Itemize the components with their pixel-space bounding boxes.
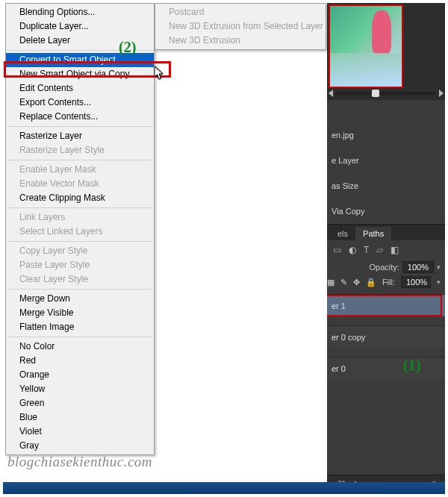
menu-item: Postcard <box>155 5 326 19</box>
menu-item[interactable]: Flatten Image <box>6 320 154 334</box>
menu-item[interactable]: Create Clipping Mask <box>6 191 154 205</box>
history-item[interactable]: Via Copy <box>327 203 445 219</box>
tab-paths[interactable]: Paths <box>355 227 391 240</box>
navigator-thumbnail[interactable] <box>329 4 403 88</box>
menu-item: Select Linked Layers <box>6 225 154 239</box>
layer-name: er 0 copy <box>332 333 365 342</box>
menu-item[interactable]: Red <box>6 354 154 368</box>
menu-separator <box>7 289 153 290</box>
layer-name: er 0 <box>332 364 346 373</box>
menu-item[interactable]: Blending Options... <box>6 5 154 19</box>
menu-item: New 3D Extrusion <box>155 34 326 48</box>
opacity-row: Opacity: 100% ▾ <box>327 260 445 275</box>
chevron-down-icon[interactable]: ▾ <box>437 278 441 286</box>
fill-value[interactable]: 100% <box>401 276 431 288</box>
zoom-slider-track[interactable] <box>336 92 436 95</box>
menu-item: Link Layers <box>6 210 154 225</box>
menu-item[interactable]: Replace Contents... <box>6 110 154 124</box>
zoom-slider-knob[interactable] <box>372 90 379 97</box>
filter-shape-icon[interactable]: ▱ <box>376 245 383 255</box>
menu-item[interactable]: Merge Down <box>6 292 154 306</box>
history-item[interactable]: e Layer <box>327 152 445 169</box>
tab-channels[interactable]: els <box>330 227 355 240</box>
filter-smartobject-icon[interactable]: ◧ <box>391 245 399 255</box>
opacity-label: Opacity: <box>370 263 399 272</box>
menu-item: New 3D Extrusion from Selected Layer <box>155 19 326 34</box>
lock-row: ▦ ✎ ✥ 🔒 Fill: 100% ▾ <box>327 275 445 290</box>
panel-tab-bar: els Paths <box>327 224 445 240</box>
lock-position-icon[interactable]: ✥ <box>353 278 360 287</box>
filter-image-icon[interactable]: ▭ <box>333 245 341 255</box>
menu-item: Rasterize Layer Style <box>6 143 154 157</box>
layer-filter-row: ▭ ◐ T ▱ ◧ <box>327 240 445 260</box>
menu-item[interactable]: New Smart Object via Copy <box>6 67 154 81</box>
layer-row[interactable]: er 1 <box>327 294 445 316</box>
menu-item[interactable]: Rasterize Layer <box>6 129 154 143</box>
zoom-in-icon[interactable] <box>439 90 444 97</box>
zoom-slider-row <box>329 88 444 99</box>
menu-item[interactable]: Blue <box>6 410 154 425</box>
menu-item[interactable]: Delete Layer <box>6 34 154 48</box>
menu-separator <box>7 126 153 127</box>
menu-item[interactable]: Duplicate Layer... <box>6 19 154 34</box>
menu-separator <box>7 337 153 337</box>
menu-item[interactable]: Orange <box>6 368 154 382</box>
filter-type-icon[interactable]: T <box>364 245 369 255</box>
menu-separator <box>7 160 153 160</box>
menu-item: Clear Layer Style <box>6 272 154 287</box>
layer-row[interactable]: er 0 <box>327 357 445 379</box>
taskbar <box>3 482 445 494</box>
layer-context-submenu: PostcardNew 3D Extrusion from Selected L… <box>155 3 326 50</box>
menu-separator <box>7 50 153 51</box>
lock-all-icon[interactable]: 🔒 <box>366 278 376 287</box>
opacity-value[interactable]: 100% <box>402 261 434 273</box>
right-panel: en.jpg e Layer as Size Via Copy els Path… <box>327 3 445 494</box>
menu-separator <box>7 207 153 208</box>
menu-separator <box>7 241 153 242</box>
menu-item[interactable]: Yellow <box>6 382 154 396</box>
menu-item[interactable]: Gray <box>6 439 154 453</box>
menu-item: Enable Vector Mask <box>6 177 154 191</box>
fill-label: Fill: <box>382 278 395 287</box>
menu-item[interactable]: Edit Contents <box>6 81 154 96</box>
lock-transparency-icon[interactable]: ▦ <box>327 278 335 287</box>
layers-list: er 1 er 0 copy er 0 <box>327 294 445 379</box>
layer-name: er 1 <box>332 301 346 310</box>
menu-item[interactable]: Violet <box>6 425 154 439</box>
layer-row[interactable]: er 0 copy <box>327 325 445 348</box>
menu-item[interactable]: Export Contents... <box>6 96 154 110</box>
chevron-down-icon[interactable]: ▾ <box>437 263 441 271</box>
menu-item[interactable]: Green <box>6 396 154 410</box>
menu-item: Enable Layer Mask <box>6 163 154 177</box>
menu-item: Paste Layer Style <box>6 258 154 272</box>
history-panel-partial: en.jpg e Layer as Size Via Copy <box>327 100 445 219</box>
zoom-out-icon[interactable] <box>329 90 333 97</box>
navigator-panel <box>327 3 445 100</box>
menu-item[interactable]: Convert to Smart Object <box>6 53 154 67</box>
history-item[interactable]: as Size <box>327 178 445 194</box>
lock-pixels-icon[interactable]: ✎ <box>340 278 347 287</box>
filter-adjustment-icon[interactable]: ◐ <box>349 245 356 255</box>
history-item[interactable]: en.jpg <box>327 127 445 143</box>
menu-item[interactable]: No Color <box>6 340 154 354</box>
menu-item[interactable]: Merge Visible <box>6 306 154 320</box>
menu-item: Copy Layer Style <box>6 244 154 258</box>
layer-context-menu: Blending Options...Duplicate Layer...Del… <box>5 3 155 455</box>
